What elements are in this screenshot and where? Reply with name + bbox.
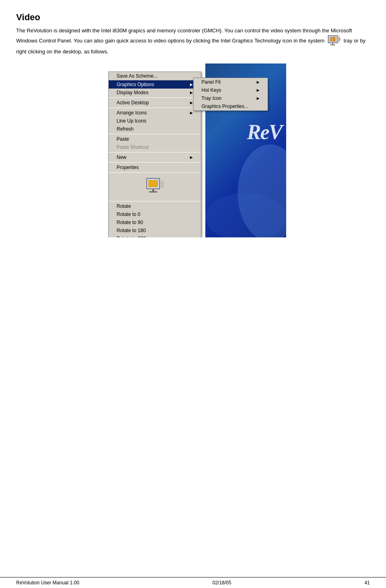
svg-rect-3 [333, 37, 335, 42]
paste-item[interactable]: Paste [109, 135, 201, 143]
separator-3 [109, 134, 201, 134]
svg-rect-10 [152, 189, 154, 191]
graphics-options-submenu: Panel Fit Hot Keys Tray Icon Graphics Pr… [193, 78, 268, 111]
computer-icon-svg [143, 177, 167, 197]
svg-rect-9 [148, 180, 158, 187]
separator-6 [109, 172, 201, 173]
hot-keys-item[interactable]: Hot Keys [194, 86, 268, 94]
context-menu: Save As Scheme... Graphics Options Displ… [108, 72, 201, 237]
save-as-scheme-item[interactable]: Save As Scheme... [109, 72, 201, 80]
rotate-to-0-item[interactable]: Rotate to 0 [109, 210, 201, 218]
separator-1 [109, 97, 201, 98]
page-title: Video [16, 12, 370, 23]
separator-5 [109, 162, 201, 163]
svg-rect-11 [149, 191, 157, 192]
line-up-icons-item[interactable]: Line Up Icons [109, 117, 201, 125]
rotate-to-180-item[interactable]: Rotate to 180 [109, 226, 201, 235]
display-modes-item[interactable]: Display Modes [109, 89, 201, 97]
properties-item[interactable]: Properties [109, 163, 201, 171]
rotate-to-90-item[interactable]: Rotate to 90 [109, 218, 201, 226]
intel-graphics-icon [327, 35, 340, 48]
footer-center: 02/18/05 [213, 580, 232, 586]
separator-4 [109, 152, 201, 152]
footer: ReVolution User Manual 1.00 02/18/05 41 [0, 577, 386, 588]
rotate-to-270-item[interactable]: Rotate to 270 [109, 235, 201, 237]
paste-shortcut-item[interactable]: Paste Shortcut [109, 143, 201, 151]
separator-7 [109, 201, 201, 201]
screenshot-container: ReV Save As Scheme... Graphics Options D… [16, 63, 370, 237]
computer-icon-area [109, 173, 201, 200]
graphics-properties-item[interactable]: Graphics Properties... [194, 102, 268, 110]
rotate-item[interactable]: Rotate [109, 202, 201, 210]
svg-rect-4 [332, 43, 333, 44]
intro-paragraph: The ReVolution is designed with the Inte… [16, 27, 370, 55]
screenshot: ReV Save As Scheme... Graphics Options D… [100, 63, 286, 237]
refresh-item[interactable]: Refresh [109, 125, 201, 133]
tray-icon-item[interactable]: Tray Icon [194, 94, 268, 102]
svg-rect-5 [330, 44, 335, 45]
arrange-icons-item[interactable]: Arrange Icons [109, 109, 201, 117]
graphics-options-item[interactable]: Graphics Options [109, 80, 201, 89]
footer-left: ReVolution User Manual 1.00 [16, 580, 79, 586]
footer-right: 41 [365, 580, 370, 586]
separator-2 [109, 108, 201, 108]
active-desktop-item[interactable]: Active Desktop [109, 99, 201, 107]
svg-rect-2 [331, 37, 332, 42]
panel-fit-item[interactable]: Panel Fit [194, 78, 268, 86]
new-item[interactable]: New [109, 153, 201, 161]
